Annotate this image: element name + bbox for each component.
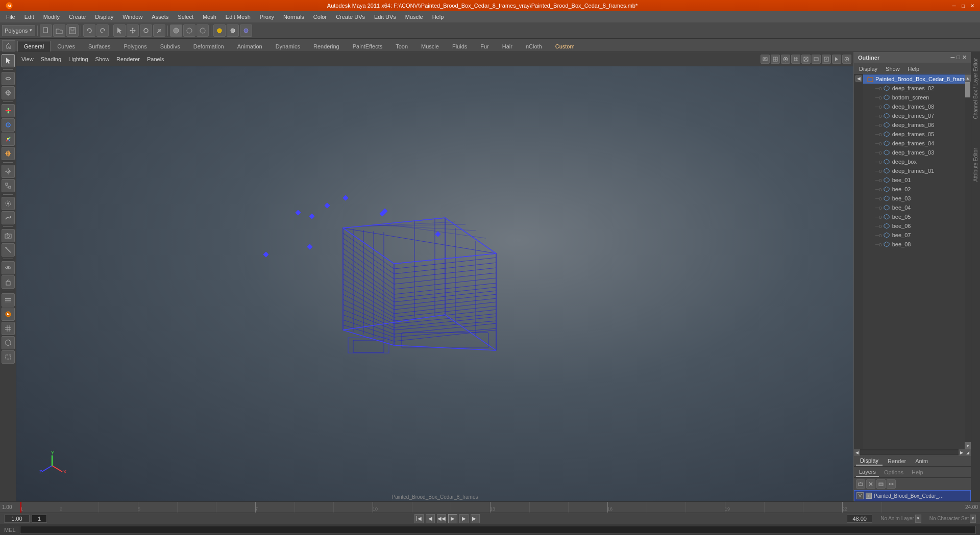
outliner-menu-display[interactable]: Display: [856, 65, 880, 73]
menu-modify[interactable]: Modify: [39, 13, 64, 21]
move-tool-btn[interactable]: [2, 104, 15, 117]
outliner-item[interactable]: ─o deep_frames_01: [863, 166, 965, 175]
goto-end-btn[interactable]: ▶|: [471, 514, 480, 523]
wireframe-btn[interactable]: [183, 24, 195, 37]
tab-custom[interactable]: Custom: [549, 41, 581, 52]
outliner-item[interactable]: ─o deep_frames_08: [863, 102, 965, 111]
redo-btn[interactable]: [96, 24, 109, 37]
outliner-item[interactable]: ─o deep_frames_04: [863, 139, 965, 148]
new-layer-btn[interactable]: [856, 479, 865, 489]
tab-fluids[interactable]: Fluids: [446, 41, 474, 52]
step-back-btn[interactable]: ◀: [426, 514, 435, 523]
outliner-item[interactable]: ─o bee_08: [863, 240, 965, 249]
hscroll-corner-btn[interactable]: ◢: [965, 449, 971, 455]
menu-mesh[interactable]: Mesh: [199, 13, 220, 21]
time-ruler[interactable]: 1 2 5 7 10 13 16 19 22 24: [20, 502, 960, 513]
paint-select-btn[interactable]: [2, 86, 15, 99]
outliner-item[interactable]: Painted_Brood_Box_Cedar_8_frames: [863, 74, 965, 84]
delete-layer-btn[interactable]: [866, 479, 875, 489]
range-start-field[interactable]: 1.00: [4, 515, 30, 523]
outliner-item[interactable]: ─o bee_03: [863, 194, 965, 203]
outliner-item[interactable]: ─o deep_frames_03: [863, 148, 965, 157]
menu-proxy[interactable]: Proxy: [256, 13, 278, 21]
lock-btn[interactable]: [2, 275, 15, 289]
layer-connect-btn[interactable]: [887, 479, 896, 489]
menu-display[interactable]: Display: [91, 13, 117, 21]
lasso-select-btn[interactable]: [2, 72, 15, 85]
safe-area-btn[interactable]: A: [822, 55, 831, 64]
outliner-collapse-btn[interactable]: ◀: [854, 74, 863, 449]
render-btn[interactable]: [2, 308, 15, 321]
viewport-menu-panels[interactable]: Panels: [144, 55, 167, 63]
open-btn[interactable]: [53, 24, 65, 37]
grid-toggle-btn[interactable]: [791, 55, 800, 64]
viewport-layout-btn[interactable]: [771, 55, 780, 64]
char-set-dropdown[interactable]: ▼: [970, 515, 976, 523]
outliner-minimize-btn[interactable]: ─: [951, 54, 955, 61]
close-button[interactable]: ✕: [969, 2, 976, 9]
texture-btn[interactable]: [197, 24, 209, 37]
viewport-menu-renderer[interactable]: Renderer: [113, 55, 143, 63]
anim-end-field[interactable]: 48.00: [847, 515, 872, 523]
goto-start-btn[interactable]: |◀: [414, 514, 424, 523]
layer-settings-btn[interactable]: [876, 479, 886, 489]
viewport-menu-view[interactable]: View: [18, 55, 37, 63]
tab-painteffects[interactable]: PaintEffects: [346, 41, 389, 52]
menu-normals[interactable]: Normals: [279, 13, 308, 21]
outliner-item[interactable]: ─o bee_06: [863, 221, 965, 231]
outliner-item[interactable]: ─o bee_01: [863, 175, 965, 185]
isolate-btn[interactable]: [781, 55, 790, 64]
menu-edit[interactable]: Edit: [20, 13, 38, 21]
tab-deformation[interactable]: Deformation: [187, 41, 231, 52]
mel-input[interactable]: [20, 526, 976, 534]
minimize-button[interactable]: ─: [950, 2, 958, 9]
outliner-item[interactable]: ─o deep_frames_05: [863, 130, 965, 139]
light1-btn[interactable]: [213, 24, 226, 37]
hold-btn[interactable]: [832, 55, 841, 64]
tab-subdivs[interactable]: Subdivs: [154, 41, 187, 52]
outliner-float-btn[interactable]: □: [957, 54, 960, 61]
tab-rendering[interactable]: Rendering: [307, 41, 346, 52]
outliner-item[interactable]: ─o deep_frames_02: [863, 84, 965, 93]
outliner-item[interactable]: ─o bottom_screen: [863, 93, 965, 102]
tab-fur[interactable]: Fur: [474, 41, 496, 52]
outliner-vscrollbar[interactable]: ▲ ▼: [965, 74, 971, 449]
collapse-toggle[interactable]: ◀: [855, 75, 862, 82]
select-tool-btn[interactable]: [2, 54, 15, 67]
outliner-item[interactable]: ─o deep_frames_06: [863, 120, 965, 130]
transform-constraint-btn[interactable]: [2, 336, 15, 349]
menu-edit-uvs[interactable]: Edit UVs: [370, 13, 400, 21]
tab-ncloth[interactable]: nCloth: [519, 41, 549, 52]
scale-tool-btn[interactable]: [2, 133, 15, 146]
transform-tool-btn[interactable]: [2, 147, 15, 160]
anim-layer-dropdown[interactable]: ▼: [915, 515, 921, 523]
viewport-menu-show[interactable]: Show: [92, 55, 113, 63]
rotate-btn[interactable]: [140, 24, 152, 37]
resolution-gate-btn[interactable]: [812, 55, 821, 64]
sculpt-btn[interactable]: [2, 211, 15, 224]
play-back-btn[interactable]: ◀◀: [437, 514, 446, 523]
channel-box-label[interactable]: Channel Box / Layer Editor: [972, 54, 979, 123]
camera-selector-btn[interactable]: [761, 55, 770, 64]
cb-tab-anim[interactable]: Anim: [911, 457, 932, 465]
menu-create-uvs[interactable]: Create UVs: [332, 13, 369, 21]
outliner-item[interactable]: ─o bee_02: [863, 185, 965, 194]
layer-visibility-check[interactable]: V: [856, 492, 864, 499]
shading-btn[interactable]: [170, 24, 182, 37]
outliner-close-btn[interactable]: ✕: [962, 54, 967, 61]
layer-btn[interactable]: [2, 293, 15, 307]
light3-btn[interactable]: [240, 24, 252, 37]
save-btn[interactable]: [66, 24, 79, 37]
outliner-item[interactable]: ─o deep_box: [863, 157, 965, 166]
pivot-btn[interactable]: [2, 165, 15, 178]
outliner-menu-show[interactable]: Show: [883, 65, 903, 73]
layer-item[interactable]: V T Painted_Brood_Box_Cedar_8_frames_lay: [854, 490, 971, 501]
marquee-btn[interactable]: [2, 350, 15, 364]
attribute-editor-label[interactable]: Attribute Editor: [972, 144, 979, 186]
wireframe-toggle-btn[interactable]: [801, 55, 811, 64]
tab-hair[interactable]: Hair: [496, 41, 519, 52]
tab-animation[interactable]: Animation: [231, 41, 269, 52]
undo-btn[interactable]: [83, 24, 95, 37]
rotate-tool-btn[interactable]: [2, 118, 15, 132]
window-controls[interactable]: ─ □ ✕: [950, 2, 976, 9]
